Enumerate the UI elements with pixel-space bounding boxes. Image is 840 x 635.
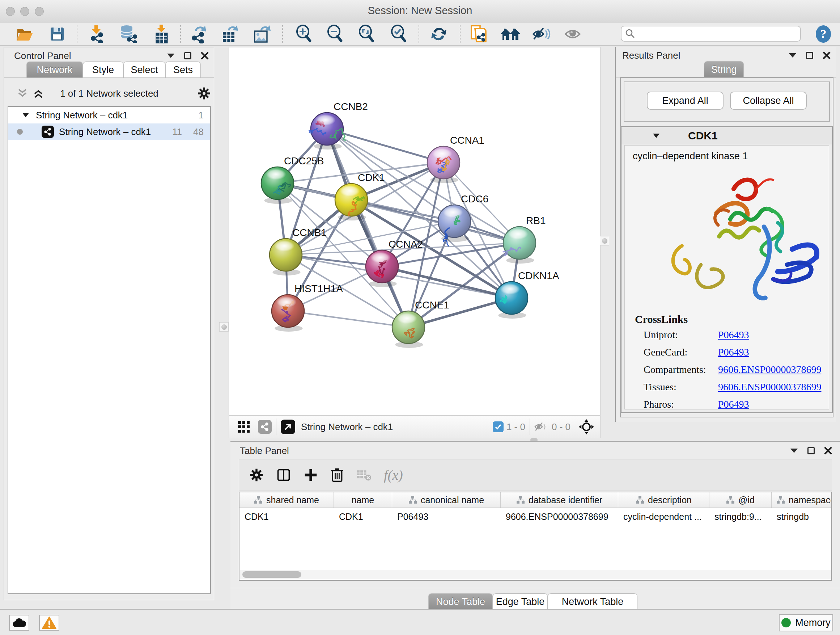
export-image-button[interactable]	[252, 25, 272, 43]
refresh-button[interactable]	[429, 25, 449, 43]
tab-sets[interactable]: Sets	[165, 62, 201, 78]
panel-menu-icon[interactable]	[789, 53, 797, 58]
column-header-canonical-name[interactable]: canonical name	[392, 492, 501, 508]
table-horizontal-scrollbar[interactable]	[240, 570, 831, 579]
right-splitter-handle[interactable]	[600, 236, 609, 245]
export-table-button[interactable]	[219, 25, 240, 43]
network-node-CDKN1A[interactable]	[495, 282, 528, 318]
float-panel-icon[interactable]	[184, 52, 191, 59]
float-panel-icon[interactable]	[806, 52, 813, 59]
zoom-out-button[interactable]	[325, 25, 345, 43]
import-network-from-database-button[interactable]	[118, 25, 138, 43]
import-network-button[interactable]	[87, 25, 107, 43]
tab-node-table[interactable]: Node Table	[428, 593, 493, 609]
delete-column-icon[interactable]	[330, 467, 344, 483]
table-cell[interactable]: stringdb:9...	[709, 508, 772, 525]
network-edge[interactable]	[288, 311, 409, 327]
svg-text:?: ?	[821, 27, 827, 41]
crosslink-value-link[interactable]: P06493	[718, 329, 749, 340]
network-node-CCNE1[interactable]	[392, 311, 425, 348]
close-panel-icon[interactable]	[824, 447, 832, 455]
section-collapse-icon[interactable]	[653, 133, 660, 138]
clone-network-button[interactable]	[469, 25, 489, 43]
hide-glass-button[interactable]	[532, 25, 553, 43]
search-input[interactable]	[635, 28, 791, 39]
open-in-new-window-icon[interactable]	[281, 420, 295, 434]
network-graph[interactable]: CCNB2CCNA1CDC25BCDK1CDC6RB1CCNB1CCNA2CDK…	[229, 48, 601, 416]
node-table: shared namenamecanonical namedatabase id…	[239, 492, 832, 581]
zoom-selected-button[interactable]	[388, 25, 409, 43]
network-node-CDC6[interactable]	[438, 205, 471, 246]
string-panel-icon[interactable]	[258, 420, 272, 434]
network-collection-row[interactable]: String Network – cdk1 1	[8, 107, 210, 124]
zoom-fit-button[interactable]	[356, 25, 377, 43]
tree-expand-icon[interactable]	[22, 112, 29, 118]
add-column-icon[interactable]	[303, 468, 318, 482]
scrollbar-thumb[interactable]	[242, 571, 302, 578]
tab-style[interactable]: Style	[83, 62, 123, 78]
table-cell[interactable]: CDK1	[334, 508, 392, 525]
table-options-gear-icon[interactable]	[249, 468, 264, 482]
close-panel-icon[interactable]	[823, 51, 831, 59]
network-options-gear-icon[interactable]	[197, 87, 211, 100]
tab-select[interactable]: Select	[123, 62, 165, 78]
column-header-shared-name[interactable]: shared name	[240, 492, 334, 508]
protein-section-header[interactable]: CDK1	[622, 127, 832, 144]
save-session-button[interactable]	[47, 25, 67, 43]
zoom-in-button[interactable]	[294, 25, 314, 43]
show-columns-icon[interactable]	[276, 468, 291, 482]
export-network-button[interactable]	[189, 25, 209, 43]
network-canvas[interactable]: CCNB2CCNA1CDC25BCDK1CDC6RB1CCNB1CCNA2CDK…	[229, 47, 600, 416]
crosslink-value-link[interactable]: 9606.ENSP00000378699	[718, 381, 821, 393]
help-button[interactable]: ?	[813, 25, 834, 43]
column-header-name[interactable]: name	[334, 492, 392, 508]
import-table-button[interactable]	[151, 25, 172, 43]
network-node-CCNA1[interactable]	[427, 146, 460, 183]
collapse-all-icon[interactable]	[17, 88, 28, 99]
crosslink-value-link[interactable]: P06493	[718, 347, 749, 358]
tab-network[interactable]: Network	[27, 62, 83, 78]
crosslink-row: Tissues:9606.ENSP00000378699	[644, 381, 829, 393]
table-cell[interactable]: cyclin-dependent ...	[618, 508, 709, 525]
network-node-CCNA2[interactable]	[366, 250, 398, 287]
column-header--id[interactable]: @id	[709, 492, 772, 508]
selected-items-checkbox[interactable]	[493, 421, 504, 432]
tab-network-table[interactable]: Network Table	[548, 593, 638, 609]
crosslink-value-link[interactable]: P06493	[718, 399, 749, 409]
pan-crosshair-icon[interactable]	[578, 419, 594, 435]
panel-menu-icon[interactable]	[167, 53, 175, 58]
close-panel-icon[interactable]	[201, 52, 209, 60]
table-cell[interactable]: CDK1	[240, 508, 334, 525]
crosslink-value-link[interactable]: 9606.ENSP00000378699	[718, 364, 821, 375]
birds-eye-grid-icon[interactable]	[238, 421, 250, 433]
current-network-name: String Network – cdk1	[301, 421, 393, 432]
network-row[interactable]: String Network – cdk1 11 48	[8, 124, 210, 140]
open-file-button[interactable]	[14, 25, 35, 43]
memory-button[interactable]: Memory	[779, 614, 833, 631]
collapse-all-button[interactable]: Collapse All	[730, 92, 807, 110]
panel-menu-icon[interactable]	[790, 448, 798, 453]
network-node-CCNB1[interactable]	[270, 239, 302, 276]
column-header-database-identifier[interactable]: database identifier	[501, 492, 618, 508]
expand-all-icon[interactable]	[33, 88, 44, 99]
table-cell[interactable]: 9606.ENSP00000378699	[501, 508, 618, 525]
table-cell[interactable]: P06493	[392, 508, 501, 525]
toolbar-separator	[282, 25, 283, 43]
tab-edge-table[interactable]: Edge Table	[493, 593, 548, 609]
left-splitter-handle[interactable]	[219, 322, 229, 332]
column-header-description[interactable]: description	[618, 492, 709, 508]
network-node-RB1[interactable]	[503, 226, 536, 264]
table-row[interactable]: CDK1CDK1P064939606.ENSP00000378699cyclin…	[240, 508, 831, 525]
column-header-namespace[interactable]: namespace	[772, 492, 832, 508]
show-glass-button[interactable]	[564, 25, 584, 43]
tab-string-results[interactable]: String	[704, 61, 744, 77]
home-button[interactable]	[500, 25, 521, 43]
table-cell[interactable]: stringdb	[772, 508, 832, 525]
network-node-CDC25B[interactable]	[261, 167, 294, 204]
eye-slash-icon	[532, 26, 552, 42]
cloud-button[interactable]	[9, 615, 29, 631]
expand-all-button[interactable]: Expand All	[647, 92, 723, 110]
network-node-HIST1H1A[interactable]	[272, 295, 304, 332]
warnings-button[interactable]	[39, 615, 59, 631]
float-panel-icon[interactable]	[807, 447, 815, 454]
